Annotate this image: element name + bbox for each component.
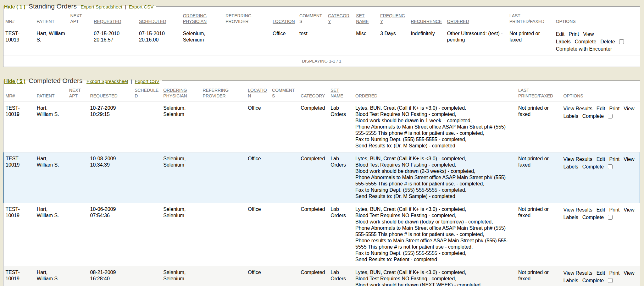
column-header-label[interactable]: RECURRENCE <box>411 19 442 24</box>
completed-orders-header-row: MR#PATIENTNEXT APTREQUESTEDSCHEDULEDORDE… <box>4 85 640 102</box>
order-checkbox[interactable] <box>608 215 613 220</box>
completed-orders-legend: Hide ( 5 ) Completed Orders Export Sprea… <box>3 77 162 85</box>
standing-orders-export-spreadsheet-link[interactable]: Export Spreadsheet <box>80 4 122 9</box>
standing-order-row: TEST-10019 Hart, William S. 07-15-2010 2… <box>3 27 640 56</box>
order-option-link[interactable]: Edit <box>556 31 565 37</box>
links-separator: | <box>125 4 126 9</box>
ordered-item: Lytes, BUN, Creat (Call if K+ is <3.0) -… <box>355 156 514 162</box>
column-header-label[interactable]: FREQUENCY <box>380 13 405 24</box>
column-header: COMMENTS <box>297 10 326 27</box>
column-header-label[interactable]: CATEGORY <box>328 13 349 24</box>
cell-mr-number: TEST-10019 <box>4 203 35 266</box>
cell-comments <box>270 152 299 203</box>
column-header-label: REFERRING PROVIDER <box>225 13 251 24</box>
cell-scheduled <box>133 102 161 152</box>
ordered-item: Other Ultrasound: (test) - pending <box>447 30 505 43</box>
order-option-link[interactable]: Print <box>609 270 619 276</box>
completed-orders-export-spreadsheet-link[interactable]: Export Spreadsheet <box>86 79 128 84</box>
column-header-label[interactable]: SET NAME <box>330 88 343 98</box>
order-option-link[interactable]: Complete <box>575 39 596 44</box>
ordered-item: Blood work should be drawn (2-3 weeks) -… <box>355 168 514 174</box>
order-checkbox[interactable] <box>608 164 613 169</box>
column-header: SET NAME <box>329 85 353 102</box>
cell-scheduled <box>133 152 161 203</box>
column-header-label[interactable]: ORDERED <box>447 19 469 24</box>
order-option-link[interactable]: Complete <box>582 113 604 119</box>
column-header: LAST PRINTED/FAXED <box>516 85 562 102</box>
cell-options: EditPrintView LabelsCompleteDeleteComple… <box>554 27 640 56</box>
column-header-label[interactable]: REQUESTED <box>90 93 118 98</box>
cell-scheduled <box>133 203 161 266</box>
column-header: NEXT APT <box>67 85 88 102</box>
cell-options: View ResultsEditPrintView LabelsComplete <box>562 102 640 152</box>
cell-patient: Hart, William S. <box>35 152 67 203</box>
cell-category: Completed <box>299 203 329 266</box>
order-checkbox[interactable] <box>619 39 624 44</box>
paging-status: DISPLAYING 1-1 / 1 <box>3 56 640 67</box>
cell-ordering-physician: Selenium, Selenium <box>161 203 201 266</box>
completed-orders-header: MR#PATIENTNEXT APTREQUESTEDSCHEDULEDORDE… <box>4 85 640 102</box>
column-header: SCHEDULED <box>133 85 161 102</box>
column-header-label[interactable]: SET NAME <box>356 13 369 24</box>
order-option-link[interactable]: View Results <box>564 270 592 276</box>
cell-last-printed-faxed: Not printed or faxed <box>516 266 562 286</box>
column-header: REFERRING PROVIDER <box>224 10 271 27</box>
column-header: PATIENT <box>35 10 68 27</box>
standing-orders-hide-link[interactable]: Hide ( 1 ) <box>4 4 25 9</box>
ordered-items: Lytes, BUN, Creat (Call if K+ is <3.0) -… <box>355 105 514 149</box>
order-option-link[interactable]: View Results <box>564 106 592 111</box>
column-header-label[interactable]: ORDERED <box>355 93 377 98</box>
cell-requested: 08-21-2009 16:28:40 <box>88 266 133 286</box>
standing-orders-export-csv-link[interactable]: Export CSV <box>129 4 153 9</box>
ordered-item: Blood Test Requires NO Fasting - complet… <box>355 276 514 282</box>
order-option-link[interactable]: Edit <box>597 106 605 111</box>
column-header: RECURRENCE <box>409 10 445 27</box>
column-header: SCHEDULED <box>137 10 181 27</box>
column-header-label: PATIENT <box>37 93 55 98</box>
cell-mr-number: TEST-10019 <box>3 27 35 56</box>
order-option-link[interactable]: Delete <box>600 39 615 44</box>
order-option-link[interactable]: View Results <box>564 157 592 162</box>
cell-set-name: Lab Orders <box>329 102 353 152</box>
order-option-link[interactable]: Edit <box>597 270 605 276</box>
cell-set-name: Lab Orders <box>329 203 353 266</box>
order-option-link[interactable]: Print <box>609 207 619 212</box>
order-option-link[interactable]: Complete <box>582 215 604 220</box>
order-option-link[interactable]: Complete <box>582 164 604 169</box>
options-links: View ResultsEditPrintView LabelsComplete <box>564 207 635 220</box>
order-option-link[interactable]: View Results <box>564 207 592 212</box>
column-header-label: LAST PRINTED/FAXED <box>509 13 544 24</box>
order-checkbox[interactable] <box>608 114 613 118</box>
column-header-label: MR# <box>5 19 15 24</box>
order-checkbox[interactable] <box>608 278 613 283</box>
column-header-label[interactable]: LOCATION <box>248 88 267 98</box>
order-option-link[interactable]: Print <box>569 31 579 37</box>
order-option-link[interactable]: Print <box>609 106 619 111</box>
completed-orders-export-csv-link[interactable]: Export CSV <box>135 79 159 84</box>
options-links: View ResultsEditPrintView LabelsComplete <box>564 106 635 118</box>
order-option-link[interactable]: Edit <box>597 157 605 162</box>
column-header-label[interactable]: ORDERING PHYSICIAN <box>183 13 207 24</box>
column-header-label[interactable]: CATEGORY <box>301 93 325 98</box>
column-header-label[interactable]: LOCATION <box>273 19 295 24</box>
column-header: OPTIONS <box>554 10 640 27</box>
cell-ordered: Lytes, BUN, Creat (Call if K+ is <3.0) -… <box>353 203 516 266</box>
order-option-link[interactable]: Edit <box>597 207 605 212</box>
ordered-item: Send Results to: Patient - completed <box>355 256 514 263</box>
ordered-item: Blood work should be drawn (NEXT WEEK) -… <box>355 282 514 286</box>
column-header: CATEGORY <box>326 10 354 27</box>
cell-comments: test <box>297 27 326 56</box>
completed-orders-hide-link[interactable]: Hide ( 5 ) <box>4 79 25 84</box>
order-option-link[interactable]: Print <box>609 157 619 162</box>
column-header-label[interactable]: SCHEDULED <box>139 19 166 24</box>
order-option-link[interactable]: Complete with Encounter <box>556 46 612 52</box>
cell-location: Office <box>246 266 270 286</box>
cell-next-apt <box>67 152 88 203</box>
completed-orders-title: Completed Orders <box>29 77 83 84</box>
options-links: EditPrintView LabelsCompleteDelete <box>556 31 619 44</box>
cell-next-apt <box>67 102 88 152</box>
cell-frequency: 3 Days <box>378 27 409 56</box>
column-header-label[interactable]: ORDERING PHYSICIAN <box>163 88 187 98</box>
order-option-link[interactable]: Complete <box>582 278 604 283</box>
column-header-label[interactable]: REQUESTED <box>94 19 121 24</box>
